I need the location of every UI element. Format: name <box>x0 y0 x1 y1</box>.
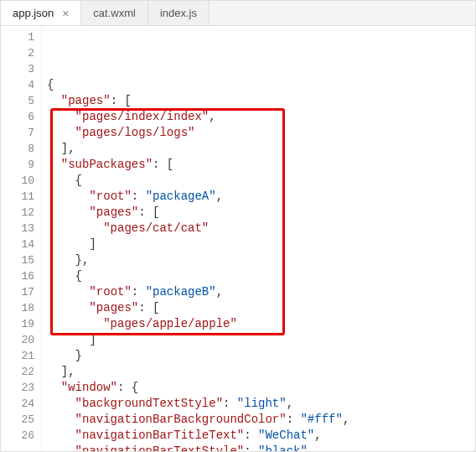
tab-cat-wxml[interactable]: cat.wxml <box>81 1 148 25</box>
code-line[interactable]: { <box>47 77 475 93</box>
code-line[interactable]: "pages/logs/logs" <box>47 125 475 141</box>
line-number: 23 <box>1 380 34 396</box>
line-number: 7 <box>1 125 34 141</box>
code-line[interactable]: "pages/apple/apple" <box>47 316 475 332</box>
line-number: 3 <box>1 61 34 77</box>
code-line[interactable]: } <box>47 348 475 364</box>
token-key: "navigationBarTextStyle" <box>75 444 245 452</box>
code-line[interactable]: { <box>47 173 475 189</box>
line-number: 19 <box>1 316 34 332</box>
line-number: 9 <box>1 157 34 173</box>
code-line[interactable]: ], <box>47 141 475 157</box>
token-punct: , <box>314 429 321 442</box>
token-punct: { <box>47 78 54 91</box>
line-number: 12 <box>1 205 34 221</box>
code-line[interactable]: "backgroundTextStyle": "light", <box>47 396 475 412</box>
token-key: "pages/apple/apple" <box>103 317 237 330</box>
line-number: 6 <box>1 109 34 125</box>
token-punct: , <box>287 397 293 410</box>
line-number: 16 <box>1 268 34 284</box>
line-number: 10 <box>1 173 34 189</box>
token-key: "pages/index/index" <box>75 110 210 123</box>
line-number: 11 <box>1 189 34 205</box>
code-line[interactable]: ] <box>47 236 475 252</box>
code-line[interactable]: "navigationBarBackgroundColor": "#fff", <box>47 412 475 428</box>
code-line[interactable]: }, <box>47 252 475 268</box>
line-number: 13 <box>1 221 34 236</box>
token-punct: : [ <box>138 301 159 314</box>
token-string: "packageB" <box>146 285 216 299</box>
token-key: "subPackages" <box>61 158 153 171</box>
code-editor[interactable]: 1234567891011121314151617181920212223242… <box>1 26 475 451</box>
token-punct: : [ <box>153 158 173 171</box>
token-key: "navigationBarBackgroundColor" <box>75 413 287 426</box>
token-string: "#fff" <box>300 413 342 426</box>
token-key: "pages/logs/logs" <box>75 126 195 139</box>
token-key: "root" <box>89 285 131 299</box>
line-number: 20 <box>1 332 34 348</box>
line-number: 24 <box>1 396 34 412</box>
token-punct: : <box>223 397 237 410</box>
token-punct: : <box>132 190 146 203</box>
code-line[interactable]: "root": "packageA", <box>47 189 475 205</box>
code-line[interactable]: "pages": [ <box>47 93 475 109</box>
token-punct: { <box>75 174 82 187</box>
code-area[interactable]: { "pages": [ "pages/index/index", "pages… <box>41 26 475 451</box>
code-line[interactable]: "pages": [ <box>47 205 475 221</box>
token-punct: , <box>209 110 215 123</box>
code-line[interactable]: "navigationBarTitleText": "WeChat", <box>47 428 475 444</box>
line-number: 15 <box>1 252 34 268</box>
tab-index-js[interactable]: index.js <box>148 1 210 25</box>
line-number-gutter: 1234567891011121314151617181920212223242… <box>1 26 41 451</box>
code-line[interactable]: "subPackages": [ <box>47 157 475 173</box>
line-number: 21 <box>1 348 34 364</box>
token-punct: , <box>343 413 349 426</box>
token-punct: : <box>244 444 258 452</box>
token-punct: ], <box>61 142 75 155</box>
code-line[interactable]: "root": "packageB", <box>47 284 475 300</box>
close-icon[interactable]: × <box>62 8 69 19</box>
token-punct: { <box>75 269 82 283</box>
line-number: 8 <box>1 141 34 157</box>
code-line[interactable]: ], <box>47 364 475 380</box>
tab-label: index.js <box>160 7 197 19</box>
token-key: "backgroundTextStyle" <box>75 397 223 410</box>
code-line[interactable]: "navigationBarTextStyle": "black" <box>47 444 475 452</box>
token-key: "pages" <box>89 301 138 314</box>
tab-app-json[interactable]: app.json × <box>1 1 81 25</box>
token-string: "WeChat" <box>258 429 314 442</box>
code-line[interactable]: "pages": [ <box>47 300 475 316</box>
token-punct: ] <box>89 333 96 346</box>
token-punct: : <box>132 285 146 299</box>
line-number: 17 <box>1 284 34 300</box>
token-punct: , <box>216 190 223 203</box>
token-punct: ], <box>61 365 75 378</box>
line-number: 22 <box>1 364 34 380</box>
line-number: 18 <box>1 300 34 316</box>
tab-label: app.json <box>13 7 54 19</box>
line-number: 2 <box>1 45 34 61</box>
token-string: "packageA" <box>146 190 216 203</box>
line-number: 26 <box>1 428 34 444</box>
token-key: "pages" <box>61 94 111 107</box>
token-punct: : { <box>117 381 138 394</box>
token-key: "pages" <box>89 205 138 219</box>
tab-label: cat.wxml <box>93 7 136 19</box>
tab-bar: app.json × cat.wxml index.js <box>1 1 475 26</box>
token-key: "window" <box>61 381 117 394</box>
token-punct: } <box>75 349 82 362</box>
code-line[interactable]: "pages/cat/cat" <box>47 221 475 236</box>
token-key: "pages/cat/cat" <box>103 221 209 235</box>
line-number: 1 <box>1 29 34 45</box>
code-line[interactable]: "window": { <box>47 380 475 396</box>
token-string: "light" <box>237 397 287 410</box>
token-punct: : [ <box>138 205 159 219</box>
code-line[interactable]: { <box>47 268 475 284</box>
token-punct: ] <box>89 237 96 251</box>
line-number: 25 <box>1 412 34 428</box>
token-key: "navigationBarTitleText" <box>75 429 245 442</box>
code-line[interactable]: "pages/index/index", <box>47 109 475 125</box>
line-number: 5 <box>1 93 34 109</box>
code-line[interactable]: ] <box>47 332 475 348</box>
line-number: 4 <box>1 77 34 93</box>
